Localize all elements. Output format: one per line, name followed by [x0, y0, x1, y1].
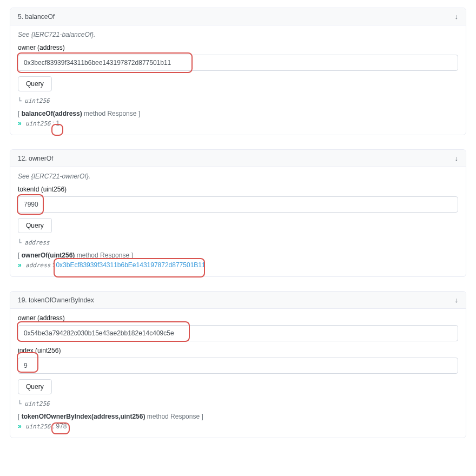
corner-icon: ┗: [18, 239, 22, 246]
panel-body: See {IERC721-ownerOf}. tokenId (uint256)…: [10, 167, 466, 276]
response-value[interactable]: 0x3bEcf83939f34311b6bEe143197872d877501B…: [56, 261, 205, 269]
response-value-line: » uint256 : 978: [18, 422, 458, 430]
query-button[interactable]: Query: [18, 218, 52, 233]
panel-title: 19. tokenOfOwnerByIndex: [18, 296, 94, 304]
method-panel-balanceOf: 5. balanceOf ↓ See {IERC721-balanceOf}. …: [10, 8, 466, 135]
response-value: 978: [56, 422, 67, 430]
doc-note: See {IERC721-ownerOf}.: [18, 173, 458, 180]
field-label-index: index (uint256): [18, 347, 458, 354]
panel-header[interactable]: 19. tokenOfOwnerByIndex ↓: [10, 292, 466, 309]
double-chevron-icon: »: [18, 261, 22, 269]
response-value-line: » address : 0x3bEcf83939f34311b6bEe14319…: [18, 261, 458, 269]
query-button[interactable]: Query: [18, 379, 52, 394]
doc-note: See {IERC721-balanceOf}.: [18, 31, 458, 38]
panel-body: See {IERC721-balanceOf}. owner (address)…: [10, 25, 466, 135]
panel-header[interactable]: 5. balanceOf ↓: [10, 8, 466, 25]
owner-address-input[interactable]: [18, 325, 458, 341]
return-type-line: ┗ uint256: [18, 400, 458, 407]
collapse-arrow-icon[interactable]: ↓: [455, 154, 459, 162]
field-label-owner: owner (address): [18, 44, 458, 51]
response-header: [ tokenOfOwnerByIndex(address,uint256) m…: [18, 413, 458, 420]
double-chevron-icon: »: [18, 422, 22, 430]
corner-icon: ┗: [18, 97, 22, 104]
field-label-owner: owner (address): [18, 314, 458, 322]
corner-icon: ┗: [18, 400, 22, 407]
panel-body: owner (address) index (uint256) Query ┗ …: [10, 309, 466, 438]
tokenid-input[interactable]: [18, 196, 458, 213]
index-input[interactable]: [18, 358, 458, 374]
response-value: 1: [56, 120, 60, 127]
panel-header[interactable]: 12. ownerOf ↓: [10, 150, 466, 167]
return-type-line: ┗ uint256: [18, 97, 458, 104]
response-value-line: » uint256 : 1: [18, 120, 458, 127]
panel-title: 12. ownerOf: [18, 155, 53, 162]
response-header: [ ownerOf(uint256) method Response ]: [18, 252, 458, 259]
owner-address-input[interactable]: [18, 55, 458, 71]
response-header: [ balanceOf(address) method Response ]: [18, 110, 458, 117]
method-panel-ownerOf: 12. ownerOf ↓ See {IERC721-ownerOf}. tok…: [10, 149, 466, 277]
double-chevron-icon: »: [18, 120, 22, 127]
method-panel-tokenOfOwnerByIndex: 19. tokenOfOwnerByIndex ↓ owner (address…: [10, 291, 466, 438]
panel-title: 5. balanceOf: [18, 13, 55, 21]
collapse-arrow-icon[interactable]: ↓: [455, 296, 459, 304]
return-type-line: ┗ address: [18, 239, 458, 246]
field-label-tokenid: tokenId (uint256): [18, 186, 458, 193]
collapse-arrow-icon[interactable]: ↓: [455, 12, 459, 21]
query-button[interactable]: Query: [18, 76, 52, 91]
